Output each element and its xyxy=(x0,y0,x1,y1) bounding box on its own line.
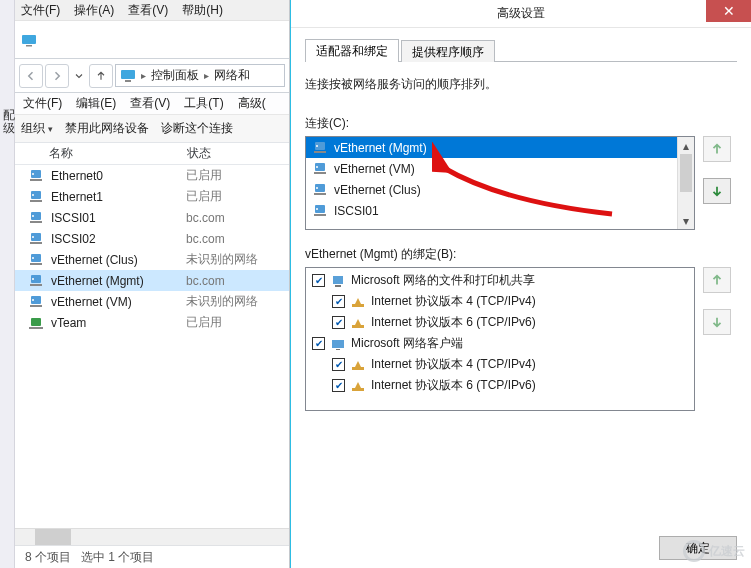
breadcrumb[interactable]: ▸ 控制面板 ▸ 网络和 xyxy=(115,64,285,87)
binding-item[interactable]: ✔Internet 协议版本 4 (TCP/IPv4) xyxy=(306,354,694,375)
breadcrumb-item[interactable]: 控制面板 xyxy=(151,67,199,84)
svg-rect-46 xyxy=(352,388,364,391)
organize-dropdown[interactable]: 组织 xyxy=(21,120,53,137)
binding-item[interactable]: ✔Internet 协议版本 6 (TCP/IPv6) xyxy=(306,312,694,333)
adapter-name: vEthernet (Mgmt) xyxy=(51,274,186,288)
network-adapter-list[interactable]: Ethernet0已启用Ethernet1已启用ISCSI01bc.comISC… xyxy=(15,165,289,528)
disable-device-button[interactable]: 禁用此网络设备 xyxy=(65,120,149,137)
binding-move-down-button[interactable] xyxy=(703,309,731,335)
svg-rect-11 xyxy=(30,221,42,223)
connections-label: 连接(C): xyxy=(305,115,737,132)
menu-help[interactable]: 帮助(H) xyxy=(182,2,223,19)
tab-provider-order[interactable]: 提供程序顺序 xyxy=(401,40,495,62)
menu-advanced[interactable]: 高级( xyxy=(238,95,266,112)
adapter-status: 已启用 xyxy=(186,167,222,184)
status-bar: 8 个项目 选中 1 个项目 xyxy=(15,545,289,568)
connections-list[interactable]: vEthernet (Mgmt)vEthernet (VM)vEthernet … xyxy=(305,136,695,230)
checkbox[interactable]: ✔ xyxy=(332,295,345,308)
checkbox[interactable]: ✔ xyxy=(312,337,325,350)
nav-dropdown[interactable] xyxy=(71,64,87,88)
move-down-button[interactable] xyxy=(703,178,731,204)
adapter-status: 未识别的网络 xyxy=(186,293,258,310)
checkbox[interactable]: ✔ xyxy=(332,379,345,392)
checkbox[interactable]: ✔ xyxy=(332,358,345,371)
svg-point-29 xyxy=(316,145,318,147)
binding-item[interactable]: ✔Microsoft 网络客户端 xyxy=(306,333,694,354)
monitor-icon xyxy=(120,68,136,84)
binding-move-up-button[interactable] xyxy=(703,267,731,293)
menu-edit[interactable]: 编辑(E) xyxy=(76,95,116,112)
binding-text: Internet 协议版本 6 (TCP/IPv6) xyxy=(371,377,536,394)
adapter-row[interactable]: vEthernet (Mgmt)bc.com xyxy=(15,270,289,291)
scrollbar-thumb[interactable] xyxy=(35,529,71,545)
menu-file[interactable]: 文件(F) xyxy=(21,2,60,19)
protocol-icon xyxy=(350,295,366,309)
nic-icon xyxy=(312,141,328,155)
nav-forward[interactable] xyxy=(45,64,69,88)
adapter-row[interactable]: vTeam已启用 xyxy=(15,312,289,333)
nic-icon xyxy=(312,183,328,197)
adapter-row[interactable]: vEthernet (VM)未识别的网络 xyxy=(15,291,289,312)
adapter-name: vTeam xyxy=(51,316,186,330)
menu-action[interactable]: 操作(A) xyxy=(74,2,114,19)
svg-rect-8 xyxy=(30,200,42,202)
binding-text: Internet 协议版本 4 (TCP/IPv4) xyxy=(371,356,536,373)
svg-rect-45 xyxy=(352,367,364,370)
adapter-status: bc.com xyxy=(186,274,225,288)
vertical-scrollbar[interactable]: ▴ ▾ xyxy=(677,137,694,229)
connection-item[interactable]: vEthernet (VM) xyxy=(306,158,677,179)
menu-file[interactable]: 文件(F) xyxy=(23,95,62,112)
horizontal-scrollbar[interactable] xyxy=(15,528,289,545)
adapter-row[interactable]: Ethernet1已启用 xyxy=(15,186,289,207)
nic-icon xyxy=(312,162,328,176)
explorer-menubar[interactable]: 文件(F) 编辑(E) 查看(V) 工具(T) 高级( xyxy=(15,93,289,115)
column-name[interactable]: 名称 xyxy=(15,145,185,162)
nav-back[interactable] xyxy=(19,64,43,88)
column-status[interactable]: 状态 xyxy=(185,145,289,162)
checkbox[interactable]: ✔ xyxy=(312,274,325,287)
menu-view[interactable]: 查看(V) xyxy=(130,95,170,112)
mmc-menubar[interactable]: 文件(F) 操作(A) 查看(V) 帮助(H) xyxy=(15,0,289,21)
team-icon xyxy=(27,316,45,330)
share-icon xyxy=(330,274,346,288)
dialog-tabs[interactable]: 适配器和绑定 提供程序顺序 xyxy=(305,38,737,62)
scroll-up-icon[interactable]: ▴ xyxy=(678,137,694,154)
nic-icon xyxy=(27,295,45,309)
binding-item[interactable]: ✔Internet 协议版本 6 (TCP/IPv6) xyxy=(306,375,694,396)
dialog-titlebar[interactable]: 高级设置 ✕ xyxy=(291,0,751,28)
breadcrumb-item[interactable]: 网络和 xyxy=(214,67,250,84)
binding-item[interactable]: ✔Internet 协议版本 4 (TCP/IPv4) xyxy=(306,291,694,312)
svg-point-32 xyxy=(316,166,318,168)
svg-point-18 xyxy=(32,257,34,259)
move-up-button[interactable] xyxy=(703,136,731,162)
nic-icon xyxy=(312,204,328,218)
adapter-name: vEthernet (VM) xyxy=(51,295,186,309)
checkbox[interactable]: ✔ xyxy=(332,316,345,329)
binding-item[interactable]: ✔Microsoft 网络的文件和打印机共享 xyxy=(306,270,694,291)
adapter-row[interactable]: vEthernet (Clus)未识别的网络 xyxy=(15,249,289,270)
connection-item[interactable]: ISCSI01 xyxy=(306,200,677,221)
nav-up[interactable] xyxy=(89,64,113,88)
bindings-list[interactable]: ✔Microsoft 网络的文件和打印机共享✔Internet 协议版本 4 (… xyxy=(305,267,695,411)
menu-tools[interactable]: 工具(T) xyxy=(184,95,223,112)
connection-name: vEthernet (VM) xyxy=(334,162,415,176)
connection-item[interactable]: vEthernet (Clus) xyxy=(306,179,677,200)
adapter-row[interactable]: Ethernet0已启用 xyxy=(15,165,289,186)
svg-point-6 xyxy=(32,173,34,175)
adapter-row[interactable]: ISCSI02bc.com xyxy=(15,228,289,249)
tab-adapters-bindings[interactable]: 适配器和绑定 xyxy=(305,39,399,62)
scrollbar-thumb[interactable] xyxy=(680,154,692,192)
close-button[interactable]: ✕ xyxy=(706,0,751,22)
svg-rect-34 xyxy=(314,193,326,195)
network-connections-window: 文件(F) 操作(A) 查看(V) 帮助(H) ▸ 控制面板 ▸ 网络和 xyxy=(15,0,290,568)
scroll-down-icon[interactable]: ▾ xyxy=(678,212,694,229)
connection-item[interactable]: vEthernet (Mgmt) xyxy=(306,137,677,158)
svg-point-24 xyxy=(32,299,34,301)
list-columns-header[interactable]: 名称 状态 xyxy=(15,143,289,165)
binding-text: Internet 协议版本 6 (TCP/IPv6) xyxy=(371,314,536,331)
diagnose-connection-button[interactable]: 诊断这个连接 xyxy=(161,120,233,137)
adapter-name: Ethernet0 xyxy=(51,169,186,183)
svg-point-15 xyxy=(32,236,34,238)
adapter-row[interactable]: ISCSI01bc.com xyxy=(15,207,289,228)
menu-view[interactable]: 查看(V) xyxy=(128,2,168,19)
